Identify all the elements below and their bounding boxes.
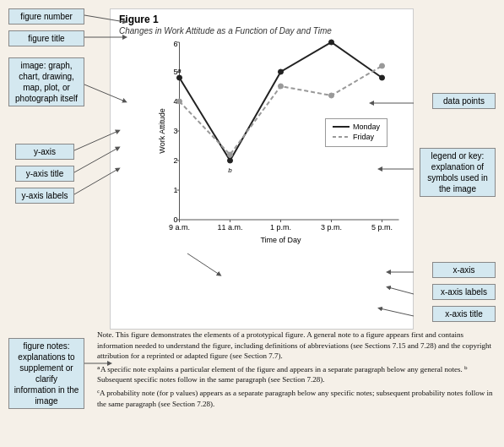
svg-point-32 [380, 75, 385, 80]
svg-text:Time of Day: Time of Day [260, 236, 301, 244]
label-y-axis-title: y-axis title [15, 166, 74, 182]
label-legend: legend or key: explanation of symbols us… [420, 148, 496, 197]
chart-title: Figure 1 [111, 9, 413, 25]
chart-subtitle: Changes in Work Attitude as a Function o… [111, 25, 413, 35]
svg-text:3 p.m.: 3 p.m. [321, 223, 342, 232]
svg-text:5 p.m.: 5 p.m. [371, 223, 393, 232]
label-figure-notes: figure notes: explanations to supplement… [8, 338, 84, 409]
svg-point-29 [228, 158, 233, 163]
svg-point-34 [228, 152, 233, 157]
svg-text:6: 6 [173, 40, 177, 48]
svg-text:9 a.m.: 9 a.m. [169, 223, 190, 232]
svg-point-28 [177, 75, 182, 80]
label-image-desc: image: graph, chart, drawing, map, plot,… [8, 57, 84, 106]
svg-text:a: a [177, 67, 182, 74]
notes-probability: ᶜA probability note (for p values) appea… [97, 388, 496, 409]
svg-point-30 [279, 69, 284, 74]
notes-specific: ᵃA specific note explains a particular e… [97, 364, 496, 385]
legend-monday-label: Monday [353, 123, 380, 131]
label-y-axis: y-axis [15, 144, 74, 160]
legend-monday: Monday [333, 123, 380, 131]
label-x-axis: x-axis [432, 262, 496, 278]
svg-point-35 [279, 84, 284, 89]
chart-inner: 0 1 2 3 4 5 6 9 a.m. 11 a.m. 1 p.m. [149, 42, 404, 245]
svg-text:Work Attitude: Work Attitude [158, 108, 166, 153]
svg-text:1 p.m.: 1 p.m. [270, 223, 291, 232]
svg-text:11 a.m.: 11 a.m. [217, 223, 242, 232]
legend-box: Monday Friday [325, 118, 387, 147]
label-figure-title: figure title [8, 30, 84, 46]
legend-friday-line [333, 136, 350, 138]
legend-friday: Friday [333, 133, 380, 141]
svg-point-37 [380, 63, 385, 68]
label-x-axis-title: x-axis title [432, 306, 496, 322]
notes-area: Note. This figure demonstrates the eleme… [97, 330, 496, 443]
chart-container: Figure 1 Changes in Work Attitude as a F… [110, 8, 414, 330]
legend-friday-label: Friday [353, 133, 374, 141]
label-y-axis-labels: y-axis labels [15, 188, 74, 204]
svg-point-31 [329, 40, 334, 45]
svg-text:b: b [228, 166, 232, 174]
svg-point-36 [329, 93, 334, 98]
notes-text: Note. This figure demonstrates the eleme… [97, 330, 496, 362]
svg-point-33 [177, 99, 182, 104]
label-x-axis-labels: x-axis labels [432, 284, 496, 300]
label-data-points: data points [432, 93, 496, 109]
legend-monday-line [333, 126, 350, 128]
page: figure number figure title image: graph,… [0, 0, 504, 447]
label-figure-number: figure number [8, 8, 84, 25]
